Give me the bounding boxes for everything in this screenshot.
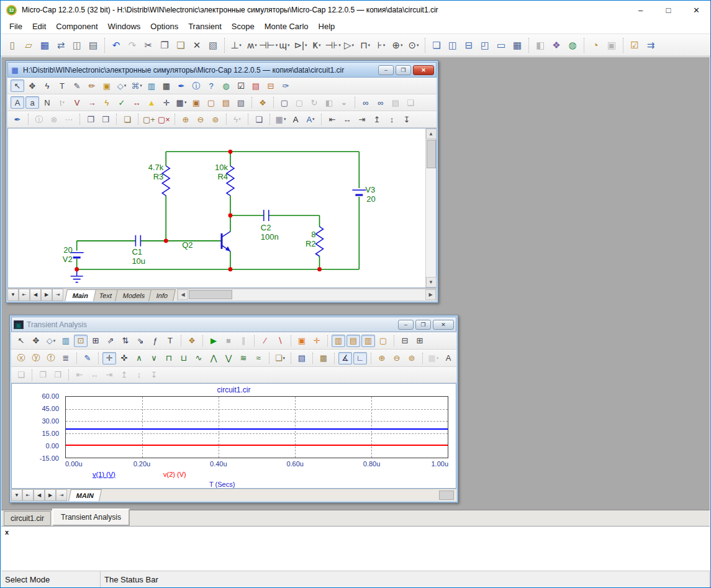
grid-pattern-icon[interactable]: ▦▾ <box>274 113 288 125</box>
minimize-button[interactable]: – <box>627 1 654 19</box>
valley-icon[interactable]: ∨ <box>147 352 161 364</box>
step-ccw-icon[interactable]: ⇉ <box>643 37 659 53</box>
series-v2[interactable] <box>66 445 448 446</box>
inductor-component-icon[interactable]: ɰ▾ <box>276 37 292 53</box>
remove-page-icon[interactable]: ▢× <box>157 113 171 125</box>
maximize-button[interactable]: □ <box>654 1 682 19</box>
zoom-100-icon[interactable]: ⊚ <box>405 352 419 364</box>
calculator-icon[interactable]: ▦ <box>509 37 525 53</box>
mosfet-component-icon[interactable]: ⊣⊦▾ <box>325 37 341 53</box>
line-mode-icon[interactable]: ✎ <box>70 79 84 92</box>
node-numbers-toggle-icon[interactable]: N <box>40 96 54 109</box>
font-color-icon[interactable]: A▾ <box>304 113 317 125</box>
horizontal-tag-mode-icon[interactable]: ⇘ <box>134 335 147 347</box>
title-block-toggle-icon[interactable]: ▢ <box>204 96 218 109</box>
negative-slope-icon[interactable]: ∖ <box>273 335 287 347</box>
run-icon[interactable]: ▶ <box>207 335 220 347</box>
color-settings-icon[interactable]: ✒ <box>11 113 24 125</box>
text-mode-icon[interactable]: T <box>55 79 69 92</box>
scroll-down-button[interactable]: ▼ <box>426 277 437 287</box>
pcb-view-icon[interactable]: ▣ <box>295 335 309 347</box>
capacitor-component-icon[interactable]: ⊣⊢▾ <box>260 37 276 53</box>
save-file-icon[interactable]: ▦ <box>37 37 53 53</box>
scroll-up-button[interactable]: ▲ <box>426 129 437 139</box>
page-view-icon[interactable]: ❏ <box>252 113 266 125</box>
scroll-left-button[interactable]: ◀ <box>178 289 188 300</box>
select-region-icon[interactable]: ▧ <box>205 37 221 53</box>
open-file-icon[interactable]: ▱ <box>20 37 37 53</box>
node-voltages-toggle-icon[interactable]: V <box>70 96 84 109</box>
graphics-mode-icon[interactable]: ✏ <box>85 79 99 92</box>
border-toggle-icon[interactable]: ▣ <box>189 96 203 109</box>
zoom-in-icon[interactable]: ⊕ <box>375 352 389 364</box>
close-panel-button[interactable]: x <box>5 528 9 536</box>
expand-plot-icon[interactable]: ⊞ <box>413 335 427 347</box>
overlap-windows-icon[interactable]: ◰ <box>477 37 493 53</box>
zoom-in-icon[interactable]: ⊕ <box>179 113 192 125</box>
print-icon[interactable]: ▤ <box>85 37 101 53</box>
last-tab-icon[interactable]: ⇥ <box>52 289 63 301</box>
grid-x-toggle-icon[interactable]: ▥ <box>332 335 345 347</box>
select-mode-icon[interactable]: ↖ <box>11 79 24 92</box>
low-icon[interactable]: ⊔ <box>177 352 191 364</box>
shapes-mode-icon[interactable]: ◇▾ <box>115 79 129 92</box>
vertical-tag-mode-icon[interactable]: ⇅ <box>119 335 132 347</box>
top-points-icon[interactable]: ≈ <box>251 352 265 364</box>
picture-mode-icon[interactable]: ▥ <box>59 335 73 347</box>
page-tab-main[interactable]: Main <box>65 289 96 301</box>
region-enable-mode-icon[interactable]: ☑ <box>234 79 248 92</box>
expand-view-icon[interactable]: ✛ <box>310 335 324 347</box>
align-left-icon[interactable]: ⇤ <box>325 113 339 125</box>
tile-vertical-icon[interactable]: ◫ <box>445 37 461 53</box>
cascade-windows-icon[interactable]: ❏ <box>428 37 445 53</box>
grid-y-toggle-icon[interactable]: ▤ <box>346 335 360 347</box>
align-bottom-icon[interactable]: ↧ <box>400 113 414 125</box>
grid-both-toggle-icon[interactable]: ▥ <box>361 335 375 347</box>
prev-tab-icon[interactable]: ◀ <box>34 489 45 501</box>
tab-list-icon[interactable]: ▼ <box>7 289 19 301</box>
clipboard-icon[interactable]: ❏▾ <box>273 352 287 364</box>
select-mode-icon[interactable]: ↖ <box>14 335 28 347</box>
wire-mode-icon[interactable]: ϟ <box>40 79 54 92</box>
value-text-toggle-icon[interactable]: a <box>25 96 39 109</box>
info-mode-icon[interactable]: ⓘ <box>189 79 203 92</box>
help-mode-icon[interactable]: ? <box>204 79 218 92</box>
menu-component[interactable]: Component <box>51 20 102 33</box>
formula-tag-mode-icon[interactable]: ƒ <box>148 335 162 347</box>
region-lines-mode-icon[interactable]: ⊟ <box>264 79 278 92</box>
animate-mode-icon[interactable]: ◔ <box>587 37 604 53</box>
doc-tab-circuit1-cir[interactable]: circuit1.cir <box>4 511 51 526</box>
menu-help[interactable]: Help <box>314 20 340 33</box>
scale-mode-icon[interactable]: ⊡ <box>74 335 88 347</box>
legend-1[interactable]: v(1) (V) <box>93 471 115 478</box>
first-tab-icon[interactable]: ⇤ <box>22 489 34 501</box>
x-axis-settings-icon[interactable]: ⓧ <box>14 352 28 364</box>
bring-to-front-icon[interactable]: ❐ <box>84 113 97 125</box>
global-high-icon[interactable]: ⋀ <box>207 352 220 364</box>
cursor-prev-icon[interactable]: ✜ <box>117 352 131 364</box>
find-icon[interactable]: ∞ <box>359 96 373 109</box>
ground-component-icon[interactable]: ⊥▾ <box>228 37 244 53</box>
point-tag-mode-icon[interactable]: ⇗ <box>104 335 117 347</box>
opamp-component-icon[interactable]: ▷▾ <box>341 37 357 53</box>
crosshair-toggle-icon[interactable]: ✛ <box>160 96 173 109</box>
region-edit-mode-icon[interactable]: ▤ <box>249 79 263 92</box>
bottom-points-icon[interactable]: ≋ <box>237 352 250 364</box>
first-tab-icon[interactable]: ⇤ <box>19 289 30 301</box>
font-icon[interactable]: A <box>442 352 455 364</box>
voltage-source-component-icon[interactable]: ⊕▾ <box>389 37 405 53</box>
diode-component-icon[interactable]: ⊳|▾ <box>292 37 309 53</box>
legend-2[interactable]: v(2) (V) <box>163 471 186 478</box>
grid-toggle-icon[interactable]: ▦▾ <box>174 96 188 109</box>
cut-icon[interactable]: ✂ <box>140 37 156 53</box>
page-flip-icon[interactable]: ❏ <box>120 113 134 125</box>
restore-button[interactable]: ❐ <box>396 65 411 75</box>
rubberband-toggle-icon[interactable]: ▧ <box>234 96 248 109</box>
inflection-icon[interactable]: ∿ <box>192 352 206 364</box>
grid-none-toggle-icon[interactable]: ▢ <box>376 335 390 347</box>
shapes-mode-icon[interactable]: ◇▾ <box>44 335 58 347</box>
menu-scope[interactable]: Scope <box>227 20 260 33</box>
condition-toggle-icon[interactable]: ✓ <box>115 96 129 109</box>
spreadsheet-mode-icon[interactable]: ▦ <box>160 79 173 92</box>
align-right-icon[interactable]: ⇥ <box>355 113 369 125</box>
